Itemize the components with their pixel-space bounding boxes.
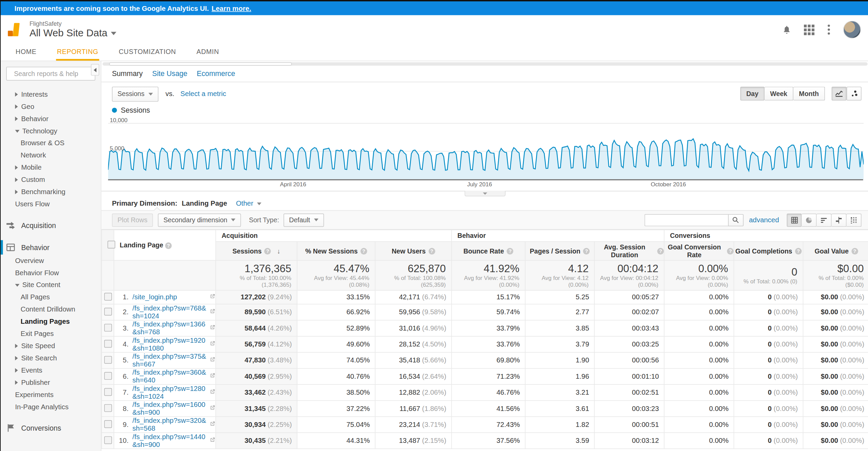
external-link-icon[interactable] xyxy=(210,437,216,443)
help-icon[interactable]: ? xyxy=(360,248,367,255)
comparison-view-button[interactable] xyxy=(832,213,847,226)
select-all-checkbox[interactable] xyxy=(107,240,115,248)
help-icon[interactable]: ? xyxy=(583,248,590,255)
row-checkbox[interactable] xyxy=(104,436,112,444)
row-checkbox[interactable] xyxy=(104,388,112,396)
help-icon[interactable]: ? xyxy=(727,248,734,255)
sidebar-item-overview[interactable]: Overview xyxy=(1,255,101,267)
select-metric-link[interactable]: Select a metric xyxy=(180,90,226,98)
column-header-bounce-rate[interactable]: Bounce Rate ? xyxy=(452,242,525,261)
column-header-avg-session-duration[interactable]: Avg. Session Duration ? xyxy=(594,242,664,261)
help-icon[interactable]: ? xyxy=(851,248,858,255)
help-icon[interactable]: ? xyxy=(165,242,172,249)
help-icon[interactable]: ? xyxy=(657,248,664,255)
external-link-icon[interactable] xyxy=(210,357,216,363)
row-checkbox[interactable] xyxy=(104,356,112,363)
sidebar-item-landing-pages[interactable]: Landing Pages xyxy=(1,316,101,328)
sidebar-item-geo[interactable]: Geo xyxy=(1,100,101,113)
granularity-month-button[interactable]: Month xyxy=(793,87,825,100)
data-view-button[interactable] xyxy=(787,213,802,226)
help-icon[interactable]: ? xyxy=(429,248,435,255)
sidebar-item-site-content[interactable]: Site Content xyxy=(1,279,101,291)
external-link-icon[interactable] xyxy=(210,405,216,411)
external-link-icon[interactable] xyxy=(210,373,216,379)
granularity-day-button[interactable]: Day xyxy=(740,87,765,100)
scrollbar-thumb[interactable] xyxy=(109,62,292,66)
column-header-goal-value[interactable]: Goal Value ? xyxy=(803,242,868,261)
percentage-view-button[interactable] xyxy=(802,213,816,226)
report-tab-site-usage[interactable]: Site Usage xyxy=(152,70,188,78)
sidebar-item-interests[interactable]: Interests xyxy=(1,88,101,100)
metric-dropdown[interactable]: Sessions xyxy=(112,87,158,101)
nav-tab-customization[interactable]: CUSTOMIZATION xyxy=(118,44,177,61)
primary-dimension-value[interactable]: Landing Page xyxy=(182,200,227,207)
sidebar-item-mobile[interactable]: Mobile xyxy=(1,162,101,174)
column-header-goal-completions[interactable]: Goal Completions ? xyxy=(734,242,803,261)
landing-page-link[interactable]: /fs_index.php?sw=1600&sh=900 xyxy=(133,401,207,416)
row-checkbox[interactable] xyxy=(104,372,112,379)
line-chart-view-button[interactable] xyxy=(832,87,847,100)
horizontal-scrollbar[interactable] xyxy=(102,62,867,66)
landing-page-link[interactable]: /fs_index.php?sw=375&sh=667 xyxy=(133,353,207,368)
sidebar-item-custom[interactable]: Custom xyxy=(1,174,101,186)
sidebar-collapse-button[interactable] xyxy=(91,64,99,75)
external-link-icon[interactable] xyxy=(210,340,216,346)
column-header-new-users[interactable]: New Users ? xyxy=(375,242,451,261)
sidebar-item-benchmarking[interactable]: Benchmarking xyxy=(1,186,101,198)
sidebar-item-site-search[interactable]: Site Search xyxy=(1,352,101,364)
row-checkbox[interactable] xyxy=(104,307,112,315)
table-search-button[interactable] xyxy=(728,214,744,226)
sidebar-item-technology[interactable]: Technology xyxy=(1,125,101,137)
sidebar-item-behavior-flow[interactable]: Behavior Flow xyxy=(1,267,101,279)
sidebar-item-site-speed[interactable]: Site Speed xyxy=(1,340,101,352)
column-header-goal-conversion-rate[interactable]: Goal Conversion Rate ? xyxy=(664,242,734,261)
external-link-icon[interactable] xyxy=(210,308,216,314)
sidebar-item-experiments[interactable]: Experiments xyxy=(1,389,101,401)
external-link-icon[interactable] xyxy=(210,389,216,395)
advanced-search-link[interactable]: advanced xyxy=(749,216,779,224)
sidebar-item-content-drilldown[interactable]: Content Drilldown xyxy=(1,303,101,316)
plot-rows-button[interactable]: Plot Rows xyxy=(112,213,153,226)
google-apps-grid-icon[interactable] xyxy=(804,24,814,35)
performance-view-button[interactable] xyxy=(817,213,832,226)
landing-page-link[interactable]: /site_login.php xyxy=(133,293,177,301)
granularity-week-button[interactable]: Week xyxy=(765,87,793,100)
landing-page-link[interactable]: /fs_index.php?sw=1440&sh=900 xyxy=(133,433,207,449)
sidebar-item-all-pages[interactable]: All Pages xyxy=(1,291,101,303)
sidebar-item-publisher[interactable]: Publisher xyxy=(1,376,101,389)
other-dimension-link[interactable]: Other xyxy=(236,200,253,207)
sidebar-item-events[interactable]: Events xyxy=(1,364,101,376)
landing-page-link[interactable]: /fs_index.php?sw=1920&sh=1080 xyxy=(133,337,207,352)
external-link-icon[interactable] xyxy=(210,421,216,427)
column-header-pages-session[interactable]: Pages / Session ? xyxy=(525,242,594,261)
nav-tab-admin[interactable]: ADMIN xyxy=(195,44,220,61)
sidebar-section-behavior[interactable]: Behavior xyxy=(1,240,101,255)
sort-type-dropdown[interactable]: Default xyxy=(283,213,324,226)
sidebar-item-network[interactable]: Network xyxy=(1,149,101,162)
notifications-bell-icon[interactable] xyxy=(782,25,792,35)
sidebar-item-behavior[interactable]: Behavior xyxy=(1,113,101,125)
external-link-icon[interactable] xyxy=(210,293,216,299)
sidebar-item-exit-pages[interactable]: Exit Pages xyxy=(1,328,101,340)
column-header-landing-page[interactable]: Landing Page ? xyxy=(114,230,216,260)
motion-chart-view-button[interactable] xyxy=(847,87,862,100)
landing-page-link[interactable]: /fs_index.php?sw=1366&sh=768 xyxy=(133,320,207,336)
chart-collapse-handle[interactable] xyxy=(465,191,506,196)
secondary-dimension-dropdown[interactable]: Secondary dimension xyxy=(158,213,241,226)
landing-page-link[interactable]: /fs_index.php?sw=1280&sh=1024 xyxy=(133,385,207,400)
learn-more-link[interactable]: Learn more. xyxy=(212,4,251,12)
sidebar-section-conversions[interactable]: Conversions xyxy=(1,421,101,435)
column-header-new-sessions[interactable]: % New Sessions ? xyxy=(297,242,375,261)
external-link-icon[interactable] xyxy=(210,324,216,331)
sidebar-item-in-page-analytics[interactable]: In-Page Analytics xyxy=(1,401,101,413)
sidebar-section-acquisition[interactable]: Acquisition xyxy=(1,218,101,232)
row-checkbox[interactable] xyxy=(104,404,112,412)
landing-page-link[interactable]: /fs_index.php?sw=768&sh=1024 xyxy=(133,304,207,320)
help-icon[interactable]: ? xyxy=(264,248,271,255)
search-reports-input[interactable] xyxy=(13,69,101,78)
landing-page-link[interactable]: /fs_index.php?sw=360&sh=640 xyxy=(133,369,207,384)
row-checkbox[interactable] xyxy=(104,420,112,428)
nav-tab-reporting[interactable]: REPORTING xyxy=(56,44,100,61)
report-tab-summary[interactable]: Summary xyxy=(112,70,143,78)
sidebar-item-browser-os[interactable]: Browser & OS xyxy=(1,137,101,149)
